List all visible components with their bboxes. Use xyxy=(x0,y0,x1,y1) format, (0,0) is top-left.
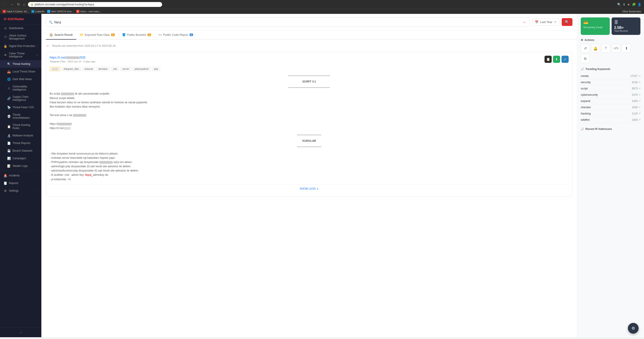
threat-hunting-icon: 🔍 xyxy=(7,62,11,66)
trending-keyword-item[interactable]: script 3673 ↗ xyxy=(581,86,640,92)
expand-action-button[interactable]: ⤢ xyxy=(562,56,569,63)
sidebar-label-incidents: Incidents xyxy=(9,174,35,177)
tag-redacted[interactable] xyxy=(50,67,60,71)
trending-keyword-item[interactable]: hacking 1110 ↗ xyxy=(581,110,640,117)
other-bookmarks[interactable]: Other Bookmarks xyxy=(622,10,641,13)
address-bar[interactable]: 🔒 platform.socradar.com/app/threat-hunti… xyxy=(28,2,162,7)
search-row: 🔍 → 📅 Last Year ✕ 🔍 xyxy=(46,18,572,26)
trending-keyword-item[interactable]: security 4218 ↗ xyxy=(581,79,640,86)
show-less-label: SHOW LESS xyxy=(300,187,316,190)
sidebar-item-threat-feed[interactable]: 📡 Threat Feed / IOC xyxy=(0,104,41,111)
sidebar-item-vulnerability[interactable]: ⚠ Vulnerability Intelligence xyxy=(0,83,41,93)
tab-label-search-result: Search Result xyxy=(54,33,73,36)
malware-icon: 🔬 xyxy=(7,134,11,137)
content-instructions: - Site dosyalarn kendi sunucunuza ya da … xyxy=(50,152,569,182)
tab-search-result[interactable]: 🏠 Search Result xyxy=(46,30,76,40)
sidebar-item-threat-hunting[interactable]: 🔍 Threat Hunting xyxy=(0,60,41,68)
tab-public-buckets[interactable]: 🪣 Public Buckets 0 xyxy=(118,30,155,40)
tab-exposed-raw-data[interactable]: 📁 Exposed Raw Data 0 xyxy=(76,30,118,40)
forward-button[interactable]: → xyxy=(10,2,15,7)
sidebar-item-breach-datasets[interactable]: 💾 Breach Datasets xyxy=(0,147,41,154)
tag-urls[interactable]: urls xyxy=(111,67,119,71)
chevron-right-icon: › xyxy=(37,36,38,38)
home-button[interactable]: ⌂ xyxy=(22,2,26,7)
sidebar-item-threat-actor[interactable]: 💀 Threat Actor/Malware xyxy=(0,111,41,122)
trending-keyword-item[interactable]: cybersecurity 2470 ↗ xyxy=(581,92,640,98)
tag-server[interactable]: server xyxy=(120,67,131,71)
main-content: 🔍 → 📅 Last Year ✕ 🔍 🏠 Search Res xyxy=(41,14,644,337)
trending-keyword-text: expand xyxy=(581,99,590,103)
tag-phpmyadmin[interactable]: phpmyadmin xyxy=(132,67,151,71)
digital-risk-icon: 🔒 xyxy=(4,44,7,48)
search-toolbar-icon[interactable]: 🔍 xyxy=(617,3,621,6)
sidebar-item-threat-reports[interactable]: 📄 Threat Reports xyxy=(0,139,41,147)
date-filter-value: Last Year xyxy=(540,20,552,24)
sidebar-item-supply-chain[interactable]: 🔗 Supply Chain Intelligence xyxy=(0,93,41,104)
date-filter[interactable]: 📅 Last Year ✕ xyxy=(532,18,560,26)
sidebar-item-cyber-threat[interactable]: 👁 Cyber Threat Intelligence ∨ xyxy=(0,50,41,60)
fab-button[interactable]: ⚙ xyxy=(628,323,639,334)
collapse-sidebar-button[interactable]: « xyxy=(4,330,38,336)
sidebar-item-local-threat-share[interactable]: 📤 Local Threat Share xyxy=(0,68,41,75)
total-records-sublabel: Total Records xyxy=(614,30,638,32)
search-button[interactable]: 🔍 xyxy=(562,18,572,26)
reload-button[interactable]: ↻ xyxy=(16,2,21,7)
trending-keyword-text: script xyxy=(581,87,588,90)
bookmark-hack4career[interactable]: H Hack 4 Career. Inf... xyxy=(3,10,28,13)
sidebar-item-malware-analysis[interactable]: 🔬 Malware Analysis xyxy=(0,132,41,139)
bookmark-star-icon[interactable]: ★ xyxy=(627,3,630,6)
trending-keyword-item[interactable]: wildfire 1003 ↗ xyxy=(581,117,640,123)
sidebar-item-settings[interactable]: ⚙ Settings › xyxy=(0,187,41,194)
bucket-tab-icon: 🪣 xyxy=(122,33,126,36)
code-action-btn[interactable]: </> xyxy=(612,44,620,53)
result-tags: telegram_files channel domains urls serv… xyxy=(50,67,569,71)
search-input[interactable] xyxy=(54,20,520,24)
trending-keyword-item[interactable]: checker 1830 ↗ xyxy=(581,104,640,110)
tab-public-code-repos[interactable]: <> Public Code Repos 1 xyxy=(155,30,197,40)
copy-action-button[interactable]: 📋 xyxy=(544,56,552,63)
show-less-button[interactable]: SHOW LESS ∧ xyxy=(50,184,569,193)
sidebar-item-reports[interactable]: 📑 Reports xyxy=(0,179,41,187)
bookmark-icon-gmail: M xyxy=(76,10,80,13)
sidebar-item-threat-hunting-rules[interactable]: 📋 Threat Hunting Rules xyxy=(0,122,41,132)
sidebar-item-attack-surface[interactable]: 🛡 Attack Surface Management › xyxy=(0,32,41,42)
annotation-arrow-2: → xyxy=(46,43,50,48)
sidebar-item-incidents[interactable]: 🚨 Incidents › xyxy=(0,172,41,179)
bookmark-twitter[interactable]: 🐦 Mert SARICA (mer... xyxy=(47,10,74,13)
trending-keyword-item[interactable]: media 17027 ↗ xyxy=(581,73,640,79)
remaining-credit-label: Remaining Credit xyxy=(584,26,607,28)
sidebar-item-dark-web-news[interactable]: 🌐 Dark Web News xyxy=(0,75,41,83)
records-icon: 🗄 xyxy=(614,20,638,25)
sidebar-label-stealer: Stealer Logs xyxy=(12,164,38,168)
alert-action-btn[interactable]: 🔔 xyxy=(591,44,600,53)
chevron-right-icon-2: › xyxy=(37,45,38,48)
tag-channel[interactable]: channel xyxy=(82,67,95,71)
sidebar-label-attack-surface: Attack Surface Management xyxy=(9,34,35,40)
tag-domains[interactable]: domains xyxy=(96,67,110,71)
upload-action-btn[interactable]: ⬆ xyxy=(622,44,631,53)
sidebar-item-dashboards[interactable]: ⊙ Dashboards xyxy=(0,24,41,32)
result-url-link[interactable]: https://t.me//935 xyxy=(50,56,86,59)
trending-keyword-item[interactable]: expand 1920 ↗ xyxy=(581,98,640,104)
tag-telegram-files[interactable]: telegram_files xyxy=(62,67,81,71)
sidebar-logo: ⊙ SOCRadar xyxy=(0,14,41,24)
sidebar-item-stealer-logs[interactable]: 📝 Stealer Logs xyxy=(0,162,41,170)
bookmark-gmail[interactable]: M Inbox - mert.saric... xyxy=(76,10,101,13)
extensions-icon[interactable]: 🧩 xyxy=(632,3,636,6)
chevron-down-icon: ∨ xyxy=(36,54,38,56)
bookmark-linkedin[interactable]: in LinkedIn xyxy=(31,10,45,13)
refresh-action-btn[interactable]: ↺ xyxy=(581,44,590,53)
download-action-button[interactable]: ⬇ xyxy=(553,56,560,63)
sidebar-item-digital-risk[interactable]: 🔒 Digital Risk Protection › xyxy=(0,42,41,50)
sidebar-item-campaigns[interactable]: 📊 Campaigns xyxy=(0,154,41,162)
sidebar-label-hunting-rules: Threat Hunting Rules xyxy=(12,124,38,130)
back-button[interactable]: ← xyxy=(3,2,8,7)
tab-label-exposed: Exposed Raw Data xyxy=(85,33,110,36)
search-box: 🔍 → xyxy=(46,18,530,26)
share-icon[interactable]: ⬆ xyxy=(623,3,626,6)
tag-php[interactable]: php xyxy=(152,67,160,71)
settings-action-btn[interactable]: ⚙ xyxy=(581,54,590,63)
help-action-btn[interactable]: ? xyxy=(601,44,610,53)
date-clear-button[interactable]: ✕ xyxy=(554,20,556,24)
profile-icon[interactable]: 👤 xyxy=(638,3,641,6)
